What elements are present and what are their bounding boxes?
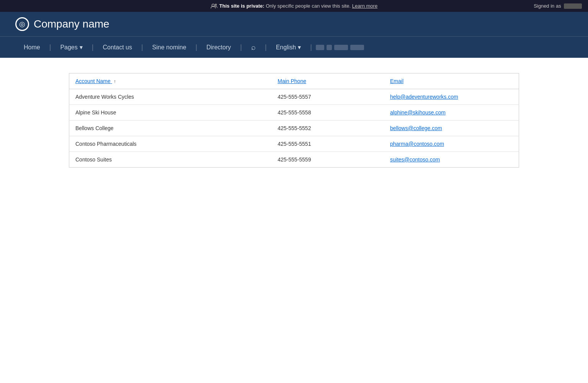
logo-icon: ◎ <box>15 17 29 31</box>
cell-email[interactable]: bellows@college.com <box>384 121 519 136</box>
nav-home[interactable]: Home <box>15 37 49 58</box>
nav-extra-1 <box>316 45 324 50</box>
cell-email[interactable]: alphine@skihouse.com <box>384 105 519 121</box>
nav-sep-6: | <box>264 43 268 51</box>
col-account-name[interactable]: Account Name ↑ <box>69 73 272 89</box>
site-header: ◎ Company name <box>0 12 588 36</box>
table-row: Alpine Ski House425-555-5558alphine@skih… <box>69 105 519 121</box>
email-link[interactable]: help@adeventureworks.com <box>390 94 458 100</box>
cell-main-phone: 425-555-5558 <box>271 105 384 121</box>
banner-message: This site is private: Only specific peop… <box>211 3 377 9</box>
private-icon <box>211 3 217 9</box>
table-row: Adventure Works Cycles425-555-5557help@a… <box>69 89 519 105</box>
cell-account-name: Alpine Ski House <box>69 105 272 121</box>
cell-account-name: Adventure Works Cycles <box>69 89 272 105</box>
signed-in-username <box>564 3 582 9</box>
cell-main-phone: 425-555-5557 <box>271 89 384 105</box>
nav-english[interactable]: English ▾ <box>268 37 309 58</box>
table-row: Contoso Suites425-555-5559suites@contoso… <box>69 152 519 168</box>
col-email[interactable]: Email <box>384 73 519 89</box>
table-row: Bellows College425-555-5552bellows@colle… <box>69 121 519 136</box>
site-title: Company name <box>34 18 109 30</box>
cell-email[interactable]: suites@contoso.com <box>384 152 519 168</box>
nav-sep-3: | <box>140 43 144 51</box>
sort-arrow-icon: ↑ <box>114 79 116 84</box>
table-row: Contoso Pharmaceuticals425-555-5551pharm… <box>69 136 519 152</box>
email-link[interactable]: alphine@skihouse.com <box>390 109 446 116</box>
nav-extra-4 <box>350 45 364 50</box>
top-banner: This site is private: Only specific peop… <box>0 0 588 12</box>
main-content: Account Name ↑ Main Phone Email Adventur… <box>0 58 588 183</box>
cell-account-name: Contoso Suites <box>69 152 272 168</box>
english-dropdown-icon: ▾ <box>298 44 301 51</box>
nav-sep-4: | <box>195 43 198 51</box>
nav-sep-5: | <box>239 43 243 51</box>
col-main-phone[interactable]: Main Phone <box>271 73 384 89</box>
cell-email[interactable]: help@adeventureworks.com <box>384 89 519 105</box>
nav-contact-us[interactable]: Contact us <box>94 37 140 58</box>
nav-pages[interactable]: Pages ▾ <box>52 37 91 58</box>
email-link[interactable]: suites@contoso.com <box>390 156 440 163</box>
table-header-row: Account Name ↑ Main Phone Email <box>69 73 519 89</box>
nav-extra-3 <box>334 45 348 50</box>
cell-main-phone: 425-555-5551 <box>271 136 384 152</box>
nav-directory[interactable]: Directory <box>198 37 239 58</box>
banner-private-label: This site is private: Only specific peop… <box>219 3 377 9</box>
nav-extras <box>316 45 364 50</box>
cell-email[interactable]: pharma@contoso.com <box>384 136 519 152</box>
cell-main-phone: 425-555-5559 <box>271 152 384 168</box>
cell-account-name: Contoso Pharmaceuticals <box>69 136 272 152</box>
site-navigation: Home | Pages ▾ | Contact us | Sine nomin… <box>0 36 588 58</box>
search-icon: ⌕ <box>251 43 256 51</box>
nav-sep-1: | <box>49 43 52 51</box>
learn-more-link[interactable]: Learn more <box>352 3 377 9</box>
nav-sep-7: | <box>309 43 313 51</box>
nav-sine-nomine[interactable]: Sine nomine <box>144 37 195 58</box>
signed-in-status: Signed in as <box>534 3 582 9</box>
directory-table: Account Name ↑ Main Phone Email Adventur… <box>69 73 519 168</box>
cell-account-name: Bellows College <box>69 121 272 136</box>
nav-extra-2 <box>327 45 332 50</box>
pages-dropdown-icon: ▾ <box>80 44 83 51</box>
email-link[interactable]: bellows@college.com <box>390 125 442 131</box>
site-logo: ◎ Company name <box>15 17 109 31</box>
nav-search-button[interactable]: ⌕ <box>243 37 264 58</box>
email-link[interactable]: pharma@contoso.com <box>390 141 444 147</box>
nav-sep-2: | <box>91 43 95 51</box>
cell-main-phone: 425-555-5552 <box>271 121 384 136</box>
